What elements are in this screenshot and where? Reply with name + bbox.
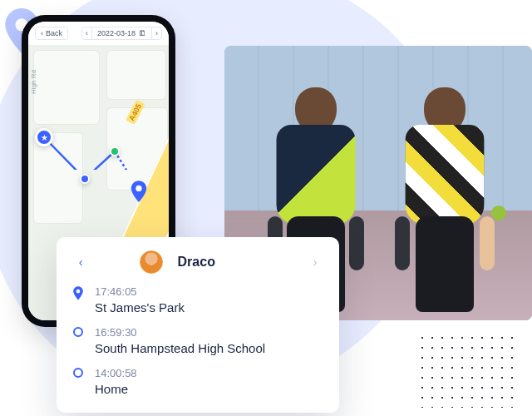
current-pin-icon[interactable]	[110, 146, 120, 156]
location-list: 17:46:05St James's Park 16:59:30South Ha…	[71, 285, 324, 396]
location-row[interactable]: 16:59:30South Hampstead High School	[71, 326, 324, 355]
prev-user-button[interactable]: ‹	[71, 253, 90, 271]
route-line	[28, 45, 169, 170]
destination-pin-icon[interactable]	[130, 181, 148, 207]
waypoint-pin-icon[interactable]	[80, 174, 90, 184]
dot-grid-decoration	[417, 333, 517, 408]
chevron-left-icon: ‹	[41, 29, 43, 37]
back-button[interactable]: ‹ Back	[35, 27, 68, 40]
location-time: 16:59:30	[95, 326, 265, 339]
date-display[interactable]: 2022-03-18 🗓	[92, 27, 151, 40]
top-bar: ‹ Back ‹ 2022-03-18 🗓 ›	[28, 22, 169, 45]
user-name: Draco	[178, 255, 215, 270]
date-prev-button[interactable]: ‹	[81, 27, 92, 40]
location-place: St James's Park	[95, 300, 185, 314]
location-time: 17:46:05	[95, 285, 185, 298]
svg-point-2	[76, 290, 81, 294]
ring-icon	[73, 368, 83, 378]
location-time: 14:00:58	[95, 367, 137, 379]
location-history-card: ‹ Draco › 17:46:05St James's Park 16:59:…	[57, 237, 339, 413]
svg-point-1	[135, 186, 141, 191]
ring-icon	[73, 327, 83, 337]
card-header: ‹ Draco ›	[71, 250, 324, 274]
date-next-button[interactable]: ›	[151, 27, 162, 40]
back-label: Back	[46, 29, 62, 37]
calendar-icon: 🗓	[139, 29, 146, 37]
next-user-button[interactable]: ›	[306, 253, 324, 271]
location-row[interactable]: 14:00:58Home	[71, 367, 324, 396]
date-text: 2022-03-18	[97, 29, 135, 37]
origin-pin-icon[interactable]: ★	[35, 128, 53, 146]
date-picker[interactable]: ‹ 2022-03-18 🗓 ›	[81, 27, 162, 40]
location-place: South Hampstead High School	[95, 341, 265, 355]
location-place: Home	[95, 382, 137, 396]
pin-icon	[72, 286, 84, 305]
location-row[interactable]: 17:46:05St James's Park	[71, 285, 324, 314]
avatar[interactable]	[140, 250, 163, 274]
apple-icon	[491, 206, 506, 220]
canvas: ‹ Back ‹ 2022-03-18 🗓 › High Rd A405	[0, 0, 532, 416]
